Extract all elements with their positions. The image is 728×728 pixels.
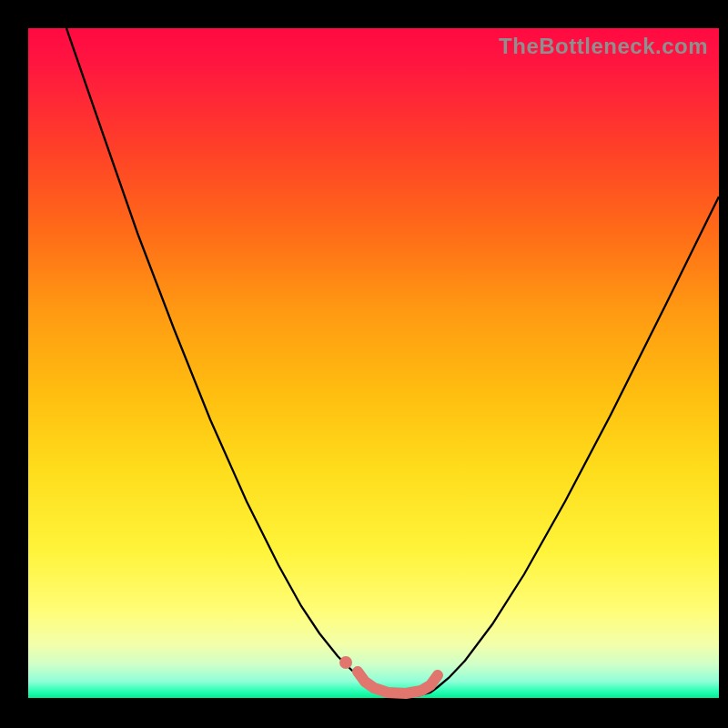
optimal-zone-dot (339, 656, 352, 669)
optimal-zone-marker (358, 672, 438, 693)
plot-area: TheBottleneck.com (28, 28, 719, 698)
bottleneck-curve (66, 28, 719, 696)
chart-svg (28, 28, 719, 698)
chart-frame: TheBottleneck.com (0, 0, 728, 728)
